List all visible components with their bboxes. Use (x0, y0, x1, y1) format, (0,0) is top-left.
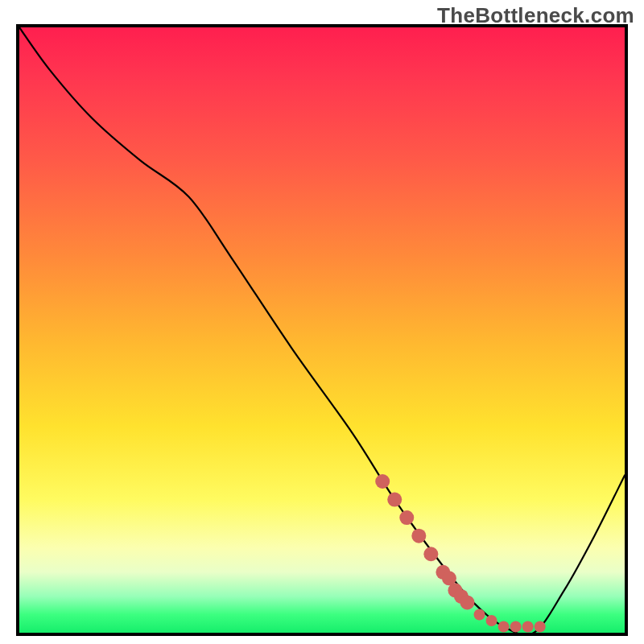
highlight-dot (486, 615, 497, 626)
curve-path (19, 27, 625, 633)
highlight-dots (375, 474, 546, 632)
highlight-dot (535, 621, 546, 632)
highlight-dot (411, 529, 426, 543)
highlight-dot (474, 609, 485, 620)
curve-line (19, 27, 625, 633)
plot-frame (16, 24, 628, 636)
highlight-dot (375, 474, 390, 489)
highlight-dot (423, 547, 438, 561)
chart-stage: TheBottleneck.com (0, 0, 644, 644)
plot-svg (19, 27, 625, 633)
highlight-dot (460, 595, 474, 609)
watermark-text: TheBottleneck.com (437, 3, 634, 28)
highlight-dot (399, 510, 414, 525)
highlight-dot (387, 493, 402, 507)
highlight-dot (498, 621, 510, 632)
highlight-dot (522, 621, 534, 632)
highlight-dot (510, 621, 522, 632)
